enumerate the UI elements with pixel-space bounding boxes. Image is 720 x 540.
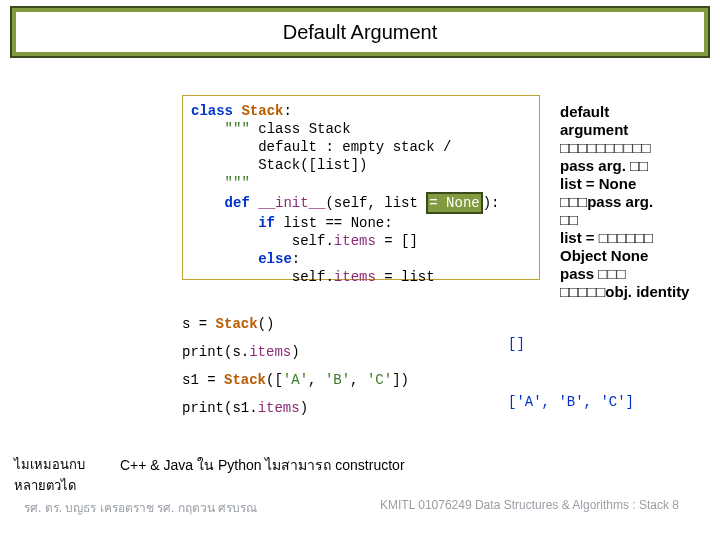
annot-line: pass arg. □□ [560, 157, 720, 175]
title-banner: Default Argument [10, 6, 710, 58]
annot-line: □□ [560, 211, 720, 229]
footer-authors: รศ. ดร. บญธร เครอตราช รศ. กฤตวน ศรบรณ [24, 498, 257, 517]
annot-line: □□□□□□□□□□ [560, 139, 720, 157]
bottom-note: C++ & Java ใน Python ไมสามารถ constructo… [120, 454, 405, 476]
annot-line: □□□pass arg. [560, 193, 720, 211]
side-annotation: default argument □□□□□□□□□□ pass arg. □□… [560, 103, 720, 301]
thai-note-1: ไมเหมอนกบ [14, 454, 85, 475]
annot-line: list = □□□□□□ [560, 229, 720, 247]
annot-line: Object None [560, 247, 720, 265]
annot-line: list = None [560, 175, 720, 193]
output-2: ['A', 'B', 'C'] [508, 394, 634, 410]
footer-course: KMITL 01076249 Data Structures & Algorit… [380, 498, 679, 512]
annot-line: default [560, 103, 720, 121]
annot-line: pass □□□ [560, 265, 720, 283]
output-1: [] [508, 336, 525, 352]
page-title: Default Argument [16, 12, 704, 52]
annot-line: □□□□□obj. identity [560, 283, 720, 301]
code-block: class Stack: """ class Stack default : e… [182, 95, 540, 280]
thai-note-2: หลายตวได [14, 475, 76, 496]
annot-line: argument [560, 121, 720, 139]
